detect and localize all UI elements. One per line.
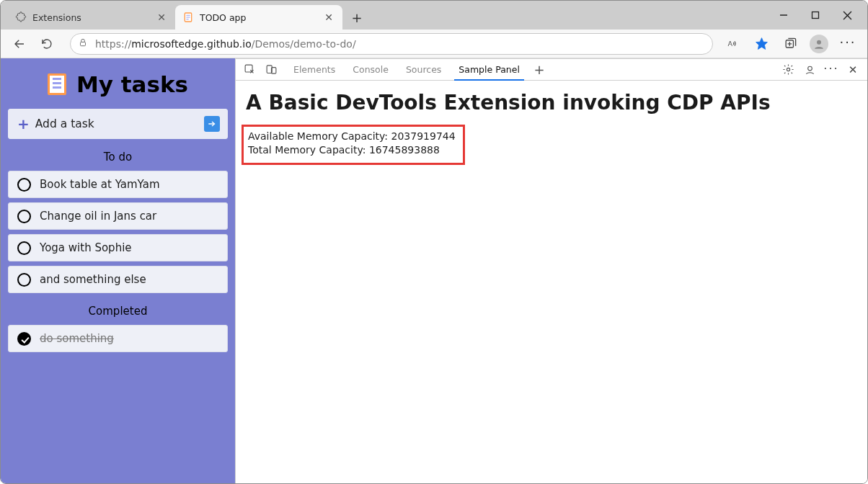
new-tab-button[interactable]: +: [347, 7, 367, 27]
svg-marker-11: [756, 38, 767, 50]
mem-total-label: Total Memory Capacity:: [248, 144, 369, 156]
mem-total-value: 16745893888: [369, 144, 440, 156]
address-bar[interactable]: https://microsoftedge.github.io/Demos/de…: [70, 33, 713, 55]
todo-app: My tasks + Add a task To do Book table a…: [1, 58, 235, 483]
svg-point-21: [807, 66, 812, 71]
task-label: do something: [40, 332, 114, 345]
task-checkbox[interactable]: [17, 241, 31, 255]
profile-avatar[interactable]: [807, 32, 831, 55]
task-checkbox[interactable]: [17, 178, 31, 192]
tab-title: TODO app: [200, 12, 316, 23]
close-tab-icon[interactable]: ✕: [322, 12, 335, 23]
add-task-input[interactable]: + Add a task: [8, 109, 228, 139]
content-area: My tasks + Add a task To do Book table a…: [1, 58, 867, 483]
close-tab-icon[interactable]: ✕: [155, 12, 168, 23]
devtools-tabs: Elements Console Sources Sample Panel: [285, 59, 528, 80]
tab-todo-app[interactable]: TODO app ✕: [175, 5, 342, 30]
feedback-icon[interactable]: [800, 60, 820, 80]
svg-point-20: [787, 68, 789, 71]
back-button[interactable]: [8, 32, 31, 55]
devtools-tab-sources[interactable]: Sources: [397, 59, 450, 80]
devtools-left-icons: [236, 59, 285, 80]
task-item[interactable]: and something else: [8, 266, 228, 293]
devtools-tabbar: Elements Console Sources Sample Panel + …: [236, 59, 867, 81]
mem-available-value: 2037919744: [391, 130, 456, 142]
refresh-button[interactable]: [35, 32, 58, 55]
add-task-submit-button[interactable]: [204, 116, 220, 132]
svg-rect-9: [81, 42, 86, 45]
maximize-button[interactable]: [800, 1, 831, 30]
page-title-text: My tasks: [76, 71, 188, 97]
completed-list: do something: [8, 325, 228, 352]
svg-point-15: [817, 40, 821, 44]
mem-available-label: Available Memory Capacity:: [248, 130, 391, 142]
memory-highlight-box: Available Memory Capacity: 2037919744 To…: [242, 125, 465, 165]
inspect-element-icon[interactable]: [240, 60, 259, 79]
minimize-button[interactable]: [768, 1, 800, 30]
tabstrip: Extensions ✕ TODO app ✕ +: [1, 1, 768, 30]
device-toolbar-icon[interactable]: [262, 60, 280, 79]
task-checkbox-checked[interactable]: [17, 332, 31, 346]
page-title: My tasks: [8, 71, 228, 97]
window-controls: [768, 1, 867, 30]
devtools-tab-elements[interactable]: Elements: [285, 59, 344, 80]
puzzle-icon: [15, 12, 27, 23]
task-label: Yoga with Sophie: [40, 241, 132, 254]
panel-heading: A Basic DevTools Extension invoking CDP …: [246, 91, 857, 115]
read-aloud-icon[interactable]: A: [720, 32, 745, 55]
favorite-star-icon[interactable]: [749, 32, 774, 55]
collections-icon[interactable]: [778, 32, 802, 55]
close-window-button[interactable]: [831, 1, 863, 30]
section-completed-label: Completed: [8, 305, 228, 318]
navbar: https://microsoftedge.github.io/Demos/de…: [1, 30, 867, 58]
task-label: and something else: [40, 273, 146, 286]
task-checkbox[interactable]: [17, 273, 31, 287]
task-item[interactable]: Book table at YamYam: [8, 171, 228, 198]
notes-icon: [48, 73, 66, 95]
mem-available-row: Available Memory Capacity: 2037919744: [248, 130, 456, 143]
task-label: Book table at YamYam: [40, 178, 160, 191]
lock-icon: [78, 37, 88, 50]
section-todo-label: To do: [8, 151, 228, 163]
devtools-close-icon[interactable]: ✕: [843, 60, 863, 80]
devtools-panel-content: A Basic DevTools Extension invoking CDP …: [236, 81, 867, 483]
task-item[interactable]: Yoga with Sophie: [8, 234, 228, 261]
tab-extensions[interactable]: Extensions ✕: [8, 5, 175, 30]
devtools-more-tabs-button[interactable]: +: [528, 59, 550, 80]
devtools-tab-sample-panel[interactable]: Sample Panel: [450, 59, 528, 80]
task-item[interactable]: Change oil in Jans car: [8, 202, 228, 230]
plus-icon: +: [17, 115, 30, 133]
svg-text:A: A: [727, 40, 732, 48]
mem-total-row: Total Memory Capacity: 16745893888: [248, 143, 456, 157]
devtools-right-icons: ··· ✕: [778, 59, 867, 80]
tab-title: Extensions: [32, 12, 149, 23]
task-item-completed[interactable]: do something: [8, 325, 228, 352]
add-task-placeholder: Add a task: [35, 117, 204, 130]
more-menu-icon[interactable]: ···: [836, 32, 860, 55]
document-icon: [182, 12, 194, 23]
titlebar: Extensions ✕ TODO app ✕ +: [1, 1, 867, 30]
devtools-tab-console[interactable]: Console: [344, 59, 397, 80]
todo-list: Book table at YamYam Change oil in Jans …: [8, 171, 228, 293]
task-label: Change oil in Jans car: [40, 210, 156, 223]
devtools-more-icon[interactable]: ···: [821, 60, 841, 80]
devtools-panel: Elements Console Sources Sample Panel + …: [235, 58, 867, 483]
browser-window: Extensions ✕ TODO app ✕ +: [0, 0, 868, 484]
url-text: https://microsoftedge.github.io/Demos/de…: [95, 38, 705, 50]
task-checkbox[interactable]: [17, 210, 31, 223]
settings-gear-icon[interactable]: [778, 60, 798, 80]
svg-rect-5: [812, 12, 819, 19]
